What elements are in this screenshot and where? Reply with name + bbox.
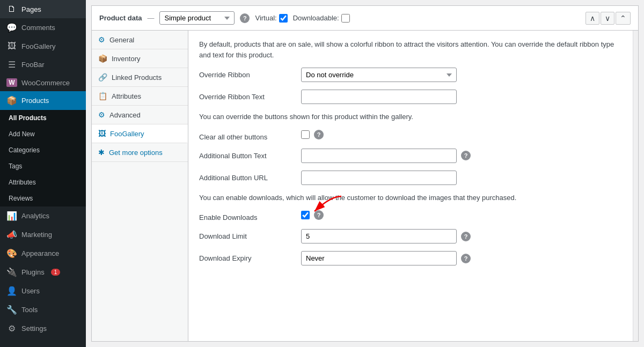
collapse-button[interactable]: ⌃ xyxy=(616,12,631,25)
advanced-tab-icon: ⚙ xyxy=(98,110,105,119)
linked-products-tab-icon: 🔗 xyxy=(98,73,107,82)
all-products-label: All Products xyxy=(9,114,47,122)
clear-buttons-control: ? xyxy=(301,130,622,139)
additional-button-text-label: Additional Button Text xyxy=(199,149,296,160)
users-icon: 👤 xyxy=(6,286,17,296)
sidebar: 🗋 Pages 💬 Comments 🖼 FooGallery ☰ FooBar… xyxy=(0,0,86,347)
sidebar-label: Tools xyxy=(21,306,38,314)
override-ribbon-text-label: Override Ribbon Text xyxy=(199,90,296,101)
override-ribbon-text-control xyxy=(301,90,622,104)
tab-linked-products[interactable]: 🔗 Linked Products xyxy=(92,68,188,87)
downloadable-checkbox[interactable] xyxy=(341,14,350,23)
clear-buttons-checkbox[interactable] xyxy=(301,130,310,139)
override-ribbon-text-input[interactable] xyxy=(301,90,457,104)
sidebar-item-tags[interactable]: Tags xyxy=(0,158,86,174)
products-submenu: All Products Add New Categories Tags Att… xyxy=(0,110,86,206)
red-arrow-annotation xyxy=(298,195,347,216)
additional-button-url-label: Additional Button URL xyxy=(199,171,296,182)
virtual-check-label: Virtual: xyxy=(255,14,287,23)
add-new-label: Add New xyxy=(9,130,35,138)
sidebar-item-attributes[interactable]: Attributes xyxy=(0,174,86,190)
enable-downloads-row: Enable Downloads ? xyxy=(199,210,622,222)
download-expiry-control: ? xyxy=(301,251,622,265)
sidebar-item-woocommerce[interactable]: W WooCommerce xyxy=(0,74,86,91)
sidebar-item-products[interactable]: 📦 Products xyxy=(0,91,86,110)
sidebar-item-reviews[interactable]: Reviews xyxy=(0,190,86,206)
sidebar-item-foogallery[interactable]: 🖼 FooGallery xyxy=(0,37,86,55)
override-ribbon-text-row: Override Ribbon Text xyxy=(199,90,622,104)
override-ribbon-label: Override Ribbon xyxy=(199,68,296,79)
product-data-label: Product data xyxy=(99,14,142,22)
tab-advanced[interactable]: ⚙ Advanced xyxy=(92,106,188,124)
sidebar-item-analytics[interactable]: 📊 Analytics xyxy=(0,206,86,225)
download-limit-input[interactable] xyxy=(301,229,457,243)
sidebar-label: Products xyxy=(21,97,49,105)
additional-button-url-input[interactable] xyxy=(301,171,457,185)
download-limit-help-icon[interactable]: ? xyxy=(461,232,471,241)
override-ribbon-select[interactable]: Do not override None Custom xyxy=(301,68,457,82)
foogallery-icon: 🖼 xyxy=(6,41,17,51)
sidebar-item-all-products[interactable]: All Products xyxy=(0,110,86,126)
general-tab-icon: ⚙ xyxy=(98,35,105,44)
help-icon[interactable]: ? xyxy=(240,13,250,23)
sidebar-item-plugins[interactable]: 🔌 Plugins 1 xyxy=(0,263,86,282)
download-expiry-help-icon[interactable]: ? xyxy=(461,254,471,263)
right-scrollbar[interactable] xyxy=(633,31,638,341)
sidebar-item-add-new[interactable]: Add New xyxy=(0,126,86,142)
tools-icon: 🔧 xyxy=(6,305,17,315)
sidebar-item-comments[interactable]: 💬 Comments xyxy=(0,18,86,37)
settings-icon: ⚙ xyxy=(6,323,17,334)
product-data-body: ⚙ General 📦 Inventory 🔗 Linked Products … xyxy=(92,31,638,341)
arrow-down-button[interactable]: ∨ xyxy=(601,12,614,25)
sidebar-item-foobar[interactable]: ☰ FooBar xyxy=(0,55,86,74)
additional-button-url-control xyxy=(301,171,622,185)
tab-content-foogallery: By default, products that are on sale, w… xyxy=(188,31,633,341)
download-expiry-label: Download Expiry xyxy=(199,251,296,262)
products-icon: 📦 xyxy=(6,95,17,106)
sidebar-label: Marketing xyxy=(21,231,52,239)
sidebar-label: Comments xyxy=(21,24,55,32)
product-type-select[interactable]: Simple product Variable product Grouped … xyxy=(159,11,235,25)
arrow-up-button[interactable]: ∧ xyxy=(586,12,599,25)
tab-attributes[interactable]: 📋 Attributes xyxy=(92,87,188,106)
sidebar-item-pages[interactable]: 🗋 Pages xyxy=(0,0,86,18)
tab-label: FooGallery xyxy=(110,130,144,138)
enable-downloads-control: ? xyxy=(301,210,622,220)
additional-button-text-help-icon[interactable]: ? xyxy=(461,151,471,160)
sidebar-label: Appearance xyxy=(21,249,59,257)
tab-label: Advanced xyxy=(109,111,141,119)
tab-foogallery[interactable]: 🖼 FooGallery xyxy=(92,124,188,143)
sidebar-item-tools[interactable]: 🔧 Tools xyxy=(0,300,86,319)
tab-general[interactable]: ⚙ General xyxy=(92,31,188,49)
tab-label: Linked Products xyxy=(112,73,162,82)
attributes-tab-icon: 📋 xyxy=(98,92,107,100)
download-expiry-row: Download Expiry ? xyxy=(199,251,622,265)
clear-buttons-help-icon[interactable]: ? xyxy=(314,130,324,139)
sidebar-item-settings[interactable]: ⚙ Settings xyxy=(0,319,86,338)
virtual-checkbox[interactable] xyxy=(279,14,288,23)
sidebar-item-appearance[interactable]: 🎨 Appearance xyxy=(0,244,86,263)
downloadable-check-label: Downloadable: xyxy=(293,14,350,23)
sidebar-item-categories[interactable]: Categories xyxy=(0,142,86,158)
additional-button-url-row: Additional Button URL xyxy=(199,171,622,185)
woocommerce-icon: W xyxy=(6,78,17,87)
marketing-icon: 📣 xyxy=(6,230,17,240)
sidebar-item-marketing[interactable]: 📣 Marketing xyxy=(0,225,86,244)
desc-ribbon: By default, products that are on sale, w… xyxy=(199,39,622,60)
download-expiry-input[interactable] xyxy=(301,251,457,265)
override-ribbon-row: Override Ribbon Do not override None Cus… xyxy=(199,68,622,82)
download-limit-label: Download Limit xyxy=(199,229,296,240)
pages-icon: 🗋 xyxy=(6,4,17,14)
additional-button-text-input[interactable] xyxy=(301,149,457,163)
sidebar-item-users[interactable]: 👤 Users xyxy=(0,282,86,300)
tab-label: Get more options xyxy=(109,149,163,157)
tab-get-more[interactable]: ✱ Get more options xyxy=(92,143,188,162)
product-panel: Product data — Simple product Variable p… xyxy=(91,5,639,342)
sidebar-label: Plugins xyxy=(21,268,45,276)
reviews-label: Reviews xyxy=(9,195,33,202)
tab-label: Inventory xyxy=(112,55,140,63)
sidebar-label: FooBar xyxy=(21,61,45,69)
download-limit-control: ? xyxy=(301,229,622,243)
tab-inventory[interactable]: 📦 Inventory xyxy=(92,49,188,68)
inventory-tab-icon: 📦 xyxy=(98,54,107,63)
